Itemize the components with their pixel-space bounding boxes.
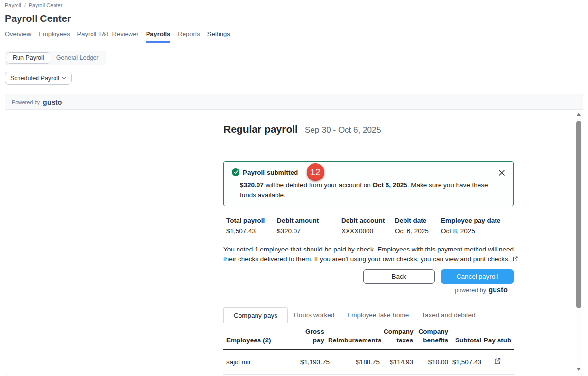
col-subtotal: Subtotal: [448, 323, 481, 350]
gusto-logo-small: gusto: [488, 286, 508, 294]
powered-by-text: powered by: [455, 287, 486, 294]
tab-employee-take-home[interactable]: Employee take home: [341, 307, 415, 323]
scheduled-payroll-dropdown[interactable]: Scheduled Payroll: [5, 72, 72, 85]
stat-value: $1,507.43: [226, 227, 277, 234]
stat-value: Oct 6, 2025: [395, 227, 441, 234]
alert-body-text: will be debited from your account on: [264, 181, 373, 189]
stat-total-payroll: Total payroll $1,507.43: [226, 217, 277, 234]
stat-debit-date: Debit date Oct 6, 2025: [395, 217, 441, 234]
col-pay-stub: Pay stub: [481, 323, 514, 350]
table-row: sajid mir $1,193.75 $188.75 $114.93 $10.…: [223, 350, 514, 375]
cell-gross-pay: $1,193.75: [296, 350, 324, 375]
check-circle-icon: [232, 168, 239, 176]
scrollbar-thumb[interactable]: [576, 121, 581, 308]
payroll-date-range: Sep 30 - Oct 6, 2025: [305, 125, 381, 135]
stat-label: Debit account: [341, 217, 395, 224]
cell-employee-name: sajid mir: [223, 350, 296, 375]
powered-by-gusto-footer: powered by gusto: [223, 286, 508, 294]
stat-label: Debit amount: [277, 217, 341, 224]
stat-employee-pay-date: Employee pay date Oct 8, 2025: [441, 217, 500, 234]
col-company-taxes: Company taxes: [380, 323, 413, 350]
annotation-badge-12: 12: [307, 163, 324, 181]
payroll-title: Regular payroll: [223, 124, 298, 135]
gusto-embed-panel: Powered by gusto Regular payroll Sep 30 …: [5, 94, 583, 375]
breadcrumb-separator: /: [24, 2, 26, 8]
general-ledger-button[interactable]: General Ledger: [51, 52, 104, 64]
stat-value: $320.07: [277, 227, 341, 234]
breadcrumb-payroll[interactable]: Payroll: [5, 2, 21, 8]
scrollbar-up-arrow-icon[interactable]: [577, 113, 581, 116]
payroll-submitted-alert: Payroll submitted $320.07 will be debite…: [223, 161, 514, 206]
alert-body: $320.07 will be debited from your accoun…: [240, 180, 505, 199]
view-print-checks-link[interactable]: view and print checks.: [445, 255, 510, 263]
embed-scrollbar[interactable]: [576, 111, 582, 374]
cell-reimbursements: $188.75: [324, 350, 380, 375]
stat-debit-account: Debit account XXXX0000: [341, 217, 395, 234]
external-link-icon[interactable]: [512, 255, 518, 265]
col-company-benefits: Company benefits: [413, 323, 448, 350]
payroll-stats-row: Total payroll $1,507.43 Debit amount $32…: [226, 217, 500, 234]
stat-label: Employee pay date: [441, 217, 500, 224]
scheduled-payroll-dropdown-value: Scheduled Payroll: [10, 75, 59, 82]
payroll-heading-row: Regular payroll Sep 30 - Oct 6, 2025: [223, 124, 381, 135]
back-button[interactable]: Back: [363, 269, 435, 284]
embed-content: Regular payroll Sep 30 - Oct 6, 2025 Pay…: [5, 110, 583, 375]
stat-label: Debit date: [395, 217, 441, 224]
tab-taxed-and-debited[interactable]: Taxed and debited: [415, 307, 481, 323]
check-payment-note: You noted 1 employee that should be paid…: [223, 245, 519, 265]
stat-debit-amount: Debit amount $320.07: [277, 217, 341, 234]
breadcrumb: Payroll / Payroll Center: [5, 2, 62, 8]
payroll-center-page: Payroll / Payroll Center Payroll Center …: [0, 0, 588, 376]
scrollbar-down-arrow-icon[interactable]: [577, 368, 581, 371]
stat-label: Total payroll: [226, 217, 277, 224]
page-title: Payroll Center: [5, 13, 71, 24]
payroll-mode-segmented-control: Run Payroll General Ledger: [5, 51, 106, 65]
nav-divider: [0, 41, 588, 41]
col-gross-pay: Gross pay: [296, 323, 324, 350]
stat-value: XXXX0000: [341, 227, 395, 234]
cancel-payroll-button[interactable]: Cancel payroll: [441, 269, 514, 284]
embed-panel-header: Powered by gusto: [5, 94, 583, 110]
table-header-row: Employees (2) Gross pay Reimbursements C…: [223, 323, 514, 350]
run-payroll-button[interactable]: Run Payroll: [7, 52, 50, 64]
alert-debit-amount: $320.07: [240, 181, 264, 189]
stat-value: Oct 8, 2025: [441, 227, 500, 234]
cell-subtotal: $1,507.43: [448, 350, 481, 375]
col-reimbursements: Reimbursements: [324, 323, 380, 350]
powered-by-label: Powered by: [12, 99, 40, 105]
alert-debit-date: Oct 6, 2025: [372, 181, 407, 189]
cell-company-taxes: $114.93: [380, 350, 413, 375]
pay-stub-external-link-icon[interactable]: [494, 358, 501, 367]
payroll-detail-tabs: Company pays Hours worked Employee take …: [223, 307, 514, 323]
gusto-logo: gusto: [43, 98, 62, 106]
tab-company-pays[interactable]: Company pays: [223, 307, 288, 323]
alert-title: Payroll submitted: [243, 169, 298, 176]
heading-divider: [5, 151, 575, 151]
col-employees: Employees (2): [223, 323, 296, 350]
close-icon[interactable]: [497, 168, 506, 177]
action-buttons-row: Back Cancel payroll: [223, 269, 514, 284]
chevron-down-icon: [62, 77, 66, 80]
breadcrumb-payroll-center[interactable]: Payroll Center: [29, 2, 63, 8]
alert-header: Payroll submitted: [232, 168, 505, 176]
cell-company-benefits: $10.00: [413, 350, 448, 375]
company-pays-table: Employees (2) Gross pay Reimbursements C…: [223, 323, 514, 375]
tab-hours-worked[interactable]: Hours worked: [288, 307, 341, 323]
